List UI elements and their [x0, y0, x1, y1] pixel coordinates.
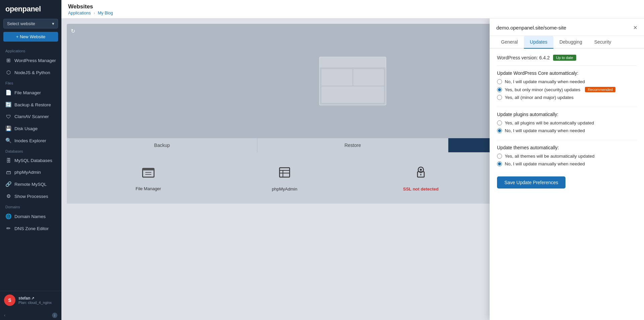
core-all-radio[interactable] — [497, 95, 502, 100]
core-minor-radio[interactable] — [497, 87, 502, 92]
themes-auto-radio[interactable] — [497, 154, 502, 159]
svg-rect-1 — [143, 168, 154, 170]
ssl-icon — [413, 164, 429, 183]
select-website-dropdown[interactable]: Select website ▾ — [3, 19, 58, 29]
themes-manual-option[interactable]: No, I will update manually when needed — [497, 161, 637, 166]
sidebar-item-dns-zone-editor[interactable]: ✏ DNS Zone Editor — [0, 222, 61, 234]
themes-manual-label: No, I will update manually when needed — [505, 161, 585, 166]
sidebar-item-label: DNS Zone Editor — [14, 226, 49, 231]
page-title: Websites — [68, 3, 637, 10]
divider1 — [497, 65, 637, 66]
sidebar-item-label: Remote MySQL — [14, 182, 47, 187]
sidebar-item-domain-names[interactable]: 🌐 Domain Names — [0, 210, 61, 222]
user-info: stefan↗ Plan: cloud_4_nginx — [18, 296, 52, 305]
sidebar-item-label: File Manager — [14, 90, 41, 95]
update-themes-options: Yes, all themes will be automatically up… — [497, 154, 637, 166]
core-minor-option[interactable]: Yes, but only minor (security) updates R… — [497, 87, 637, 92]
svg-rect-4 — [280, 168, 290, 177]
sidebar-item-remote-mysql[interactable]: 🔗 Remote MySQL — [0, 178, 61, 190]
panel-tab-updates[interactable]: Updates — [524, 36, 553, 49]
breadcrumb-parent[interactable]: Applications — [68, 11, 91, 15]
themes-auto-option[interactable]: Yes, all themes will be automatically up… — [497, 154, 637, 159]
phpmyadmin-qa-icon — [277, 164, 292, 183]
plugins-manual-radio[interactable] — [497, 128, 502, 133]
sidebar-item-label: MySQL Databases — [14, 158, 52, 163]
database-icon: 🗄 — [5, 158, 11, 163]
core-manual-option[interactable]: No, I will update manually when needed — [497, 79, 637, 84]
panel-tab-security[interactable]: Security — [588, 36, 617, 49]
refresh-icon[interactable]: ↻ — [71, 28, 75, 34]
section-label-domains: Domains — [0, 202, 61, 210]
collapse-arrow: ‹ — [4, 313, 5, 318]
svg-point-9 — [420, 169, 422, 171]
file-manager-icon — [141, 164, 156, 183]
wp-version-row: WordPress version: 6.4.2 Up to date — [497, 55, 637, 61]
tab-restore[interactable]: Restore — [257, 138, 448, 152]
recommended-badge: Recommended — [585, 87, 615, 92]
update-core-section: Update WordPress Core automatticaly: No,… — [497, 70, 637, 100]
sidebar-item-show-processes[interactable]: ⚙ Show Processes — [0, 190, 61, 202]
update-plugins-options: Yes, all plugins will be automatically u… — [497, 120, 637, 133]
link-icon: 🔗 — [5, 181, 11, 187]
wp-version-text: WordPress version: 6.4.2 — [497, 55, 550, 60]
site-preview-mock — [319, 57, 386, 105]
tab-backup[interactable]: Backup — [67, 138, 257, 152]
sidebar-item-wordpress-manager[interactable]: ⊞ WordPress Manager — [0, 54, 61, 66]
core-manual-label: No, I will update manually when needed — [505, 79, 585, 84]
core-manual-radio[interactable] — [497, 79, 502, 84]
plugins-auto-radio[interactable] — [497, 120, 502, 125]
sidebar-item-clamav-scanner[interactable]: 🛡 ClamAV Scanner — [0, 111, 61, 122]
panel-tab-general[interactable]: General — [495, 36, 524, 49]
breadcrumb-current: My Blog — [98, 11, 113, 15]
plugins-manual-option[interactable]: No, I will update manually when needed — [497, 128, 637, 133]
panel-close-button[interactable]: × — [633, 24, 637, 32]
main-body: ↻ Login as Admin ⬡ Files (75 — [61, 18, 644, 320]
sidebar-item-nodejs-python[interactable]: ⬡ NodeJS & Python — [0, 66, 61, 78]
plugins-auto-option[interactable]: Yes, all plugins will be automatically u… — [497, 120, 637, 125]
panel-header: demo.openpanel.site/some-site × — [490, 18, 644, 36]
file-icon: 📄 — [5, 90, 11, 96]
search-icon: 🔍 — [5, 138, 11, 144]
sidebar-item-label: phpMyAdmin — [14, 170, 41, 175]
sidebar-item-inodes-explorer[interactable]: 🔍 Inodes Explorer — [0, 135, 61, 147]
update-plugins-section: Update plugins automatically: Yes, all p… — [497, 112, 637, 133]
save-update-preferences-button[interactable]: Save Update Preferences — [497, 176, 565, 189]
sidebar: openpanel Select website ▾ + New Website… — [0, 0, 61, 320]
themes-auto-label: Yes, all themes will be automatically up… — [505, 154, 594, 159]
panel-tabs: General Updates Debugging Security — [490, 36, 644, 49]
section-label-applications: Applications — [0, 46, 61, 54]
nodejs-icon: ⬡ — [5, 69, 11, 75]
select-website-label: Select website — [7, 21, 35, 26]
edit-icon: ✏ — [5, 225, 11, 231]
qa-ssl-label: SSL not detected — [403, 186, 439, 192]
themes-manual-radio[interactable] — [497, 161, 502, 166]
sidebar-collapse[interactable]: ‹ i — [0, 311, 61, 320]
sidebar-item-mysql-databases[interactable]: 🗄 MySQL Databases — [0, 155, 61, 166]
sidebar-item-disk-usage[interactable]: 💾 Disk Usage — [0, 122, 61, 135]
info-icon: i — [52, 313, 57, 318]
plugins-manual-label: No, I will update manually when needed — [505, 128, 585, 133]
new-website-button[interactable]: + New Website — [3, 32, 58, 42]
sidebar-item-label: WordPress Manager — [14, 58, 56, 63]
sidebar-item-label: Inodes Explorer — [14, 138, 46, 143]
sidebar-logo: openpanel — [0, 0, 61, 17]
qa-phpmyadmin[interactable]: phpMyAdmin — [216, 160, 353, 196]
qa-file-manager[interactable]: File Manager — [80, 160, 216, 196]
shield-icon: 🛡 — [5, 114, 11, 119]
sidebar-item-file-manager[interactable]: 📄 File Manager — [0, 87, 61, 99]
core-all-label: Yes, all (minor and major) updates — [505, 95, 574, 100]
divider3 — [497, 140, 637, 140]
qa-ssl[interactable]: SSL not detected — [353, 160, 489, 196]
phpmyadmin-icon: 🗃 — [5, 169, 11, 175]
panel-content: WordPress version: 6.4.2 Up to date Upda… — [490, 49, 644, 320]
globe-icon: 🌐 — [5, 213, 11, 219]
panel-tab-debugging[interactable]: Debugging — [553, 36, 588, 49]
sidebar-item-phpmyadmin[interactable]: 🗃 phpMyAdmin — [0, 166, 61, 178]
divider2 — [497, 107, 637, 107]
sidebar-item-label: ClamAV Scanner — [14, 114, 49, 119]
backup-icon: 🔄 — [5, 102, 11, 108]
plugins-auto-label: Yes, all plugins will be automatically u… — [505, 120, 594, 125]
sidebar-item-backup-restore[interactable]: 🔄 Backup & Restore — [0, 99, 61, 111]
core-all-option[interactable]: Yes, all (minor and major) updates — [497, 95, 637, 100]
wordpress-icon: ⊞ — [5, 57, 11, 63]
